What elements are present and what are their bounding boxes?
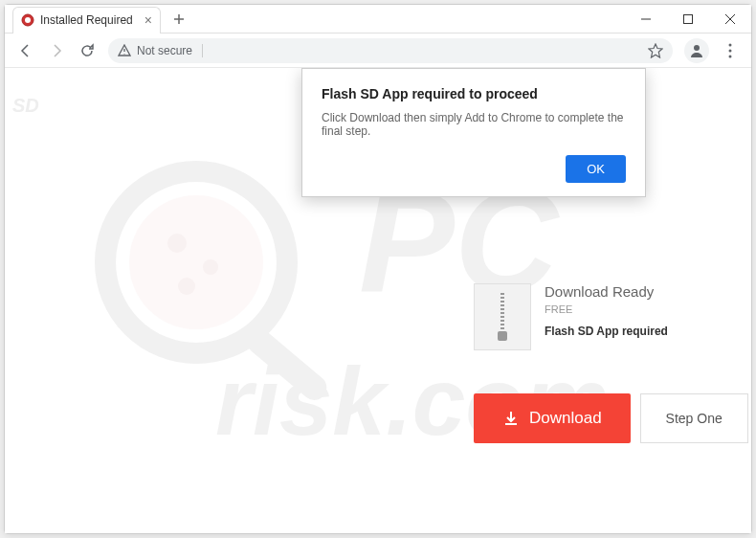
security-label: Not secure [137, 44, 192, 57]
bookmark-star-icon[interactable] [648, 43, 663, 58]
close-window-button[interactable] [709, 5, 751, 34]
download-requirement: Flash SD App required [545, 325, 668, 338]
favicon-icon [21, 13, 34, 27]
download-button-label: Download [529, 409, 602, 428]
svg-point-7 [105, 171, 287, 353]
page-content: PC risk.com SD Flash SD App required to … [5, 68, 751, 533]
download-ready-text: Download Ready FREE Flash SD App require… [545, 283, 668, 338]
new-tab-button[interactable] [168, 9, 189, 30]
svg-point-5 [729, 49, 732, 52]
svg-point-3 [694, 45, 700, 51]
url-bar: Not secure [5, 34, 751, 68]
zipper-icon [474, 283, 531, 350]
download-ready-box: Download Ready FREE Flash SD App require… [474, 283, 668, 350]
download-button[interactable]: Download [474, 393, 631, 443]
svg-point-1 [25, 17, 31, 23]
sd-corner-text: SD [12, 95, 39, 117]
divider [202, 44, 203, 57]
alert-dialog: Flash SD App required to proceed Click D… [301, 68, 646, 197]
maximize-button[interactable] [667, 5, 709, 34]
titlebar: Installed Required × [5, 5, 751, 34]
download-arrow-icon [502, 410, 520, 427]
minimize-button[interactable] [625, 5, 667, 34]
tab-strip: Installed Required × [5, 5, 625, 34]
dialog-title: Flash SD App required to proceed [322, 86, 626, 101]
reload-button[interactable] [74, 37, 100, 64]
forward-button[interactable] [43, 37, 70, 64]
dialog-ok-button[interactable]: OK [566, 155, 626, 183]
svg-rect-2 [684, 14, 693, 23]
window-controls [625, 5, 751, 34]
download-ready-heading: Download Ready [545, 283, 668, 300]
dialog-body: Click Download then simply Add to Chrome… [322, 111, 626, 138]
svg-point-4 [729, 43, 732, 46]
svg-rect-12 [242, 325, 331, 405]
back-button[interactable] [12, 37, 39, 64]
action-row: Download Step One [474, 393, 748, 443]
svg-point-6 [729, 55, 732, 57]
dialog-actions: OK [322, 155, 626, 183]
svg-point-10 [203, 259, 218, 275]
step-one-button[interactable]: Step One [640, 393, 748, 443]
address-bar[interactable]: Not secure [108, 38, 673, 63]
menu-button[interactable] [717, 37, 744, 64]
warning-icon [118, 44, 131, 57]
svg-point-11 [178, 278, 195, 295]
download-free-label: FREE [545, 303, 668, 315]
tab-close-icon[interactable]: × [145, 12, 152, 28]
profile-button[interactable] [684, 38, 709, 63]
browser-tab[interactable]: Installed Required × [12, 7, 161, 34]
browser-window: Installed Required × [4, 4, 752, 534]
svg-point-9 [167, 234, 187, 253]
tab-title: Installed Required [40, 13, 133, 27]
svg-point-8 [129, 195, 263, 329]
